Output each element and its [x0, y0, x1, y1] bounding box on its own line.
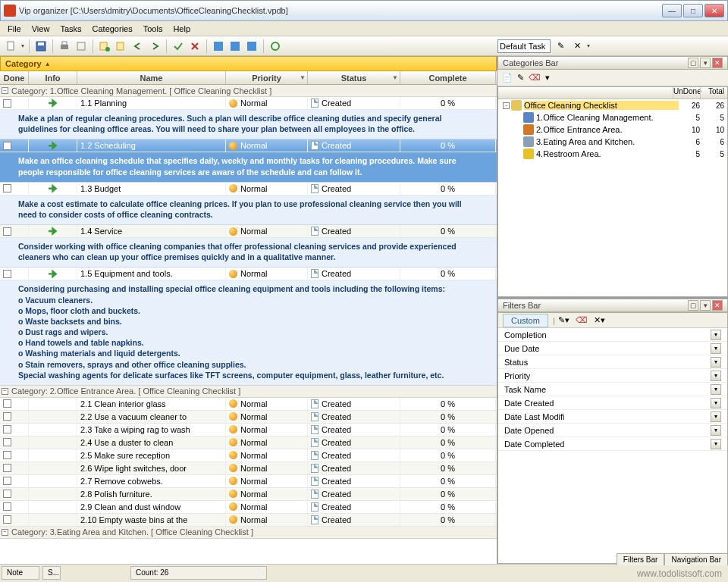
checkbox[interactable]: [3, 142, 11, 150]
task-row[interactable]: 2.10 Empty waste bins at theNormalCreate…: [0, 514, 497, 527]
categories-tree[interactable]: UnDone Total -Office Cleaning Checklist2…: [497, 86, 728, 297]
filter-row[interactable]: Date Last Modifi▾: [498, 410, 727, 424]
category-filter-bar[interactable]: Category ▲: [0, 56, 497, 71]
menu-tasks[interactable]: Tasks: [55, 23, 86, 35]
col-complete[interactable]: Complete: [400, 71, 496, 84]
chevron-down-icon[interactable]: ▾: [711, 343, 721, 354]
task-view-select[interactable]: [497, 39, 551, 53]
filter-edit-icon[interactable]: ✎▾: [558, 315, 570, 325]
filter-custom-button[interactable]: Custom: [503, 314, 548, 327]
task-row[interactable]: 1.4 ServiceNormalCreated0 %: [0, 225, 497, 238]
checkbox[interactable]: [3, 515, 11, 524]
menu-help[interactable]: Help: [168, 23, 195, 35]
bottom-tab[interactable]: Filters Bar: [617, 553, 665, 565]
refresh-icon[interactable]: [268, 39, 282, 53]
filter-row[interactable]: Status▾: [498, 355, 727, 369]
check-icon[interactable]: [171, 39, 185, 53]
task-row[interactable]: 2.2 Use a vacuum cleaner toNormalCreated…: [0, 411, 497, 424]
filter-row[interactable]: Date Created▾: [498, 396, 727, 410]
collapse-icon[interactable]: −: [2, 87, 8, 94]
panel-pin-icon[interactable]: ▾: [700, 300, 711, 311]
export-icon[interactable]: [74, 39, 88, 53]
redo-icon[interactable]: [148, 39, 162, 53]
tree-node[interactable]: -Office Cleaning Checklist2626: [498, 99, 727, 111]
chevron-down-icon[interactable]: ▾: [711, 425, 721, 436]
nav3-icon[interactable]: [245, 39, 259, 53]
col-info[interactable]: Info: [29, 71, 77, 84]
menu-file[interactable]: File: [3, 23, 26, 35]
task-row[interactable]: 2.6 Wipe light switches, doorNormalCreat…: [0, 462, 497, 475]
checkbox[interactable]: [3, 490, 11, 498]
menu-tools[interactable]: Tools: [139, 23, 168, 35]
view-add-icon[interactable]: ✎: [554, 39, 567, 53]
task-row[interactable]: 1.1 PlanningNormalCreated0 %: [0, 97, 497, 110]
checkbox[interactable]: [3, 464, 11, 472]
tree-node[interactable]: 3.Eating Area and Kitchen.66: [498, 136, 727, 148]
minimize-button[interactable]: —: [662, 4, 682, 17]
chevron-down-icon[interactable]: ▾: [711, 439, 721, 449]
cat-more-icon[interactable]: ▾: [545, 73, 550, 83]
filter-clear-icon[interactable]: ⌫: [576, 315, 588, 325]
checkbox[interactable]: [3, 227, 11, 236]
collapse-icon[interactable]: −: [2, 529, 8, 536]
new-icon[interactable]: [5, 39, 18, 53]
view-del-icon[interactable]: ✕: [570, 39, 584, 53]
task-row[interactable]: 1.3 BudgetNormalCreated0 %: [0, 183, 497, 196]
status-s[interactable]: S...: [42, 566, 61, 580]
status-note[interactable]: Note: [2, 566, 39, 580]
col-name[interactable]: Name: [77, 71, 226, 84]
task-row[interactable]: 2.7 Remove cobwebs.NormalCreated0 %: [0, 475, 497, 488]
checkbox[interactable]: [3, 184, 11, 192]
cat-del-icon[interactable]: ⌫: [529, 73, 541, 83]
chevron-down-icon[interactable]: ▾: [711, 384, 721, 395]
checkbox[interactable]: [3, 438, 11, 446]
checkbox[interactable]: [3, 412, 11, 421]
filter-row[interactable]: Date Opened▾: [498, 424, 727, 437]
panel-pin-icon[interactable]: ▾: [700, 58, 711, 68]
grid-body[interactable]: −Category: 1.Office Cleaning Management.…: [0, 85, 497, 564]
checkbox[interactable]: [3, 477, 11, 485]
delete-icon[interactable]: [188, 39, 202, 53]
filter-row[interactable]: Priority▾: [498, 369, 727, 383]
menu-view[interactable]: View: [27, 23, 55, 35]
nav2-icon[interactable]: [228, 39, 242, 53]
task-row[interactable]: 1.2 SchedulingNormalCreated0 %: [0, 139, 497, 152]
edit-task-icon[interactable]: [115, 39, 128, 53]
chevron-down-icon[interactable]: ▾: [711, 398, 721, 408]
filter-row[interactable]: Completion▾: [498, 328, 727, 342]
checkbox[interactable]: [3, 99, 11, 108]
cat-edit-icon[interactable]: ✎: [517, 73, 524, 83]
bottom-tab[interactable]: Navigation Bar: [664, 553, 728, 565]
tree-node[interactable]: 1.Office Cleaning Management.55: [498, 111, 727, 124]
filter-more-icon[interactable]: ✕▾: [594, 315, 605, 325]
print-icon[interactable]: [58, 39, 71, 53]
task-row[interactable]: 2.9 Clean and dust windowNormalCreated0 …: [0, 501, 497, 514]
new-task-icon[interactable]: [98, 39, 111, 53]
group-row[interactable]: −Category: 1.Office Cleaning Management.…: [0, 85, 497, 97]
save-icon[interactable]: [34, 39, 48, 53]
col-done[interactable]: Done: [0, 71, 29, 84]
task-row[interactable]: 1.5 Equipment and tools.NormalCreated0 %: [0, 268, 497, 280]
filter-row[interactable]: Task Name▾: [498, 383, 727, 396]
chevron-down-icon[interactable]: ▾: [711, 357, 721, 368]
group-row[interactable]: −Category: 3.Eating Area and Kitchen. [ …: [0, 527, 497, 539]
panel-menu-icon[interactable]: ▢: [688, 58, 698, 68]
task-row[interactable]: 2.4 Use a duster to cleanNormalCreated0 …: [0, 436, 497, 449]
menu-categories[interactable]: Categories: [88, 23, 137, 35]
tree-node[interactable]: 4.Restroom Area.55: [498, 148, 727, 160]
undo-icon[interactable]: [131, 39, 145, 53]
col-status[interactable]: Status▼: [308, 71, 400, 84]
tree-node[interactable]: 2.Office Entrance Area.1010: [498, 124, 727, 136]
checkbox[interactable]: [3, 425, 11, 433]
nav1-icon[interactable]: [212, 39, 225, 53]
task-row[interactable]: 2.5 Make sure receptionNormalCreated0 %: [0, 449, 497, 462]
checkbox[interactable]: [3, 451, 11, 459]
task-row[interactable]: 2.3 Take a wiping rag to washNormalCreat…: [0, 424, 497, 436]
filter-row[interactable]: Due Date▾: [498, 342, 727, 355]
chevron-down-icon[interactable]: ▾: [711, 371, 721, 381]
filter-row[interactable]: Date Completed▾: [498, 437, 727, 451]
col-priority[interactable]: Priority▼: [226, 71, 308, 84]
task-row[interactable]: 2.8 Polish furniture.NormalCreated0 %: [0, 488, 497, 501]
expand-icon[interactable]: -: [503, 102, 510, 109]
cat-add-icon[interactable]: 📄: [502, 73, 513, 83]
